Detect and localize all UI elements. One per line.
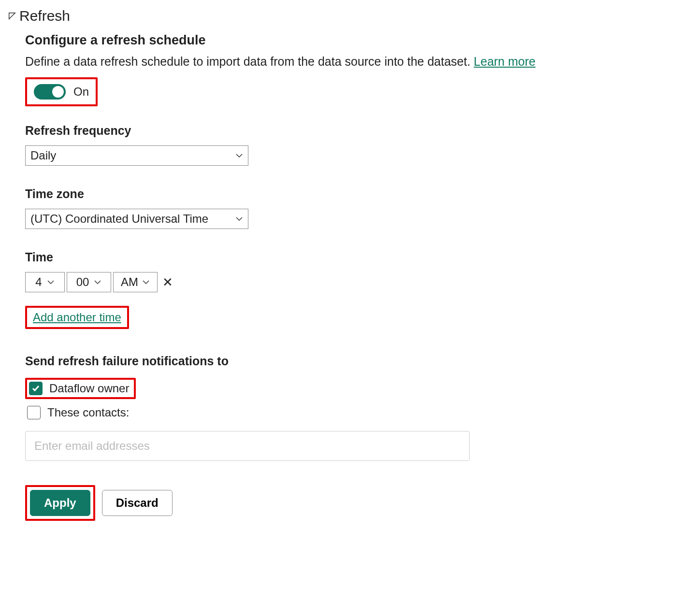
chevron-down-icon	[94, 278, 101, 286]
apply-button-highlight: Apply	[25, 485, 95, 521]
ampm-value: AM	[121, 275, 138, 289]
timezone-value: (UTC) Coordinated Universal Time	[30, 212, 208, 226]
owner-label: Dataflow owner	[49, 382, 129, 395]
minute-select[interactable]: 00	[67, 272, 111, 292]
collapse-icon	[8, 12, 16, 20]
timezone-label: Time zone	[25, 187, 544, 201]
contacts-label: These contacts:	[47, 406, 129, 419]
chevron-down-icon	[235, 152, 243, 159]
contacts-checkbox[interactable]	[27, 406, 41, 419]
section-header[interactable]: Refresh	[8, 8, 670, 24]
time-label: Time	[25, 250, 544, 264]
owner-checkbox-highlight: Dataflow owner	[25, 378, 136, 399]
frequency-label: Refresh frequency	[25, 124, 544, 138]
checkmark-icon	[31, 384, 40, 393]
discard-button[interactable]: Discard	[102, 490, 173, 516]
toggle-knob	[52, 86, 64, 98]
chevron-down-icon	[142, 278, 150, 286]
hour-select[interactable]: 4	[25, 272, 65, 292]
frequency-value: Daily	[30, 149, 56, 162]
description: Define a data refresh schedule to import…	[25, 55, 544, 69]
ampm-select[interactable]: AM	[113, 272, 158, 292]
notifications-heading: Send refresh failure notifications to	[25, 354, 544, 368]
contacts-email-input[interactable]	[25, 431, 470, 461]
toggle-state-label: On	[73, 85, 89, 99]
description-text: Define a data refresh schedule to import…	[25, 55, 470, 68]
learn-more-link[interactable]: Learn more	[474, 55, 535, 68]
chevron-down-icon	[47, 278, 55, 286]
time-row: 4 00 AM ✕	[25, 272, 176, 292]
enable-toggle[interactable]	[34, 84, 66, 100]
apply-button[interactable]: Apply	[30, 490, 90, 516]
chevron-down-icon	[235, 215, 243, 223]
section-title: Refresh	[19, 8, 70, 24]
dataflow-owner-checkbox[interactable]	[29, 382, 43, 395]
subheading: Configure a refresh schedule	[25, 33, 544, 48]
add-time-highlight: Add another time	[25, 306, 129, 329]
timezone-select[interactable]: (UTC) Coordinated Universal Time	[25, 209, 248, 229]
frequency-select[interactable]: Daily	[25, 145, 248, 166]
remove-time-button[interactable]: ✕	[159, 276, 176, 288]
enable-toggle-highlight: On	[25, 77, 98, 106]
add-another-time-link[interactable]: Add another time	[33, 311, 121, 324]
hour-value: 4	[35, 275, 42, 289]
minute-value: 00	[76, 275, 89, 289]
